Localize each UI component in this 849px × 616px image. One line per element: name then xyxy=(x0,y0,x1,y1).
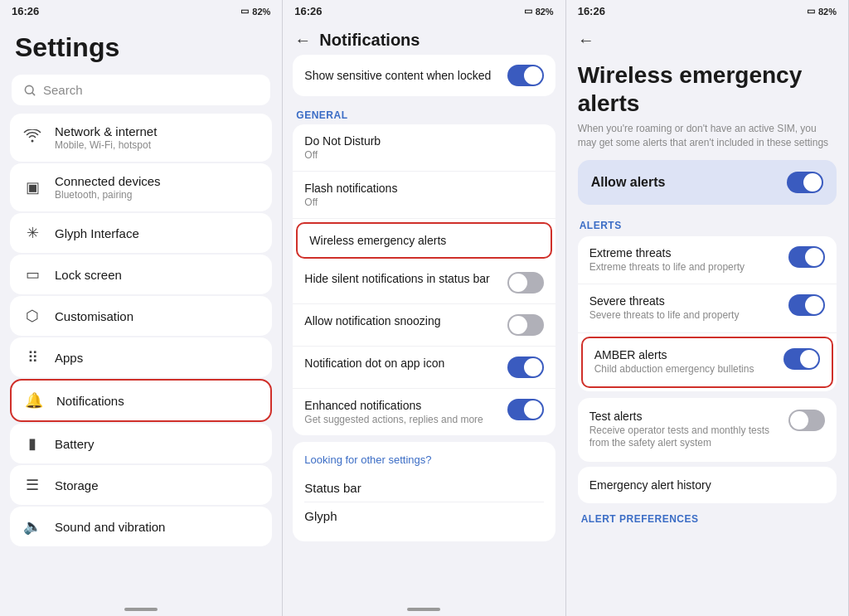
status-bar-settings: 16:26 ▭ 82% xyxy=(0,0,282,22)
sidebar-item-sound[interactable]: 🔈 Sound and vibration xyxy=(10,507,272,546)
hide-silent-label: Hide silent notifications in status bar xyxy=(304,272,507,285)
hide-silent-row[interactable]: Hide silent notifications in status bar xyxy=(293,262,555,304)
notifications-general-group: Do Not Disturb Off Flash notifications O… xyxy=(293,124,555,435)
storage-label: Storage xyxy=(55,478,99,492)
test-alerts-sub: Receive operator tests and monthly tests… xyxy=(589,424,788,450)
notifications-header: ← Notifications xyxy=(283,22,565,55)
enhanced-sub: Get suggested actions, replies and more xyxy=(304,414,507,425)
status-icons-2: ▭ 82% xyxy=(524,6,554,17)
flash-row[interactable]: Flash notifications Off xyxy=(293,172,555,219)
battery-icon: ▮ xyxy=(22,434,43,453)
emergency-content: Wireless emergency alerts When you're ro… xyxy=(566,55,848,616)
screen-icon: ▭ xyxy=(240,6,249,17)
allow-alerts-box[interactable]: Allow alerts xyxy=(578,160,837,205)
glyph-label: Glyph Interface xyxy=(55,226,139,240)
alerts-group: Extreme threats Extreme threats to life … xyxy=(578,236,837,391)
lock-icon: ▭ xyxy=(22,265,43,284)
settings-panel: 16:26 ▭ 82% Settings Search xyxy=(0,0,283,616)
status-time-2: 16:26 xyxy=(294,5,322,17)
svg-line-1 xyxy=(32,92,35,95)
bell-icon: 🔔 xyxy=(23,391,45,410)
test-alerts-text: Test alerts Receive operator tests and m… xyxy=(589,410,788,450)
wireless-text: Wireless emergency alerts xyxy=(309,234,538,247)
sound-text: Sound and vibration xyxy=(55,520,165,534)
dot-toggle[interactable] xyxy=(507,357,544,378)
dnd-sub: Off xyxy=(304,149,543,161)
extreme-toggle[interactable] xyxy=(788,246,825,268)
extreme-label: Extreme threats xyxy=(589,246,788,259)
severe-toggle[interactable] xyxy=(788,294,825,316)
test-alerts-label: Test alerts xyxy=(589,410,788,423)
flash-sub: Off xyxy=(304,196,543,208)
sidebar-item-connected[interactable]: ▣ Connected devices Bluetooth, pairing xyxy=(10,163,272,211)
emergency-history-row[interactable]: Emergency alert history xyxy=(578,467,837,503)
battery-icon-1: 82% xyxy=(252,7,270,17)
search-bar[interactable]: Search xyxy=(12,75,270,105)
severe-threats-row[interactable]: Severe threats Severe threats to life an… xyxy=(578,284,837,333)
sidebar-item-apps[interactable]: ⠿ Apps xyxy=(10,337,272,377)
screen-icon-3: ▭ xyxy=(807,6,815,17)
screen-icon-2: ▭ xyxy=(524,6,532,17)
palette-icon: ⬡ xyxy=(22,307,43,325)
status-bar-link[interactable]: Status bar xyxy=(304,474,543,502)
test-alerts-toggle[interactable] xyxy=(788,410,825,431)
severe-sub: Severe threats to life and property xyxy=(589,309,788,323)
extreme-sub: Extreme threats to life and property xyxy=(589,261,788,274)
connected-text: Connected devices Bluetooth, pairing xyxy=(55,174,161,201)
flash-text: Flash notifications Off xyxy=(304,182,543,208)
dnd-row[interactable]: Do Not Disturb Off xyxy=(293,124,555,172)
emergency-panel: 16:26 ▭ 82% ← Wireless emergency alerts … xyxy=(566,0,849,616)
enhanced-text: Enhanced notifications Get suggested act… xyxy=(304,399,507,425)
amber-text: AMBER alerts Child abduction emergency b… xyxy=(594,348,784,376)
alert-preferences-label[interactable]: Alert preferences xyxy=(578,508,837,528)
sidebar-item-notifications[interactable]: 🔔 Notifications xyxy=(10,379,272,422)
allow-alerts-toggle[interactable] xyxy=(787,172,823,193)
sensitive-content-row[interactable]: Show sensitive content when locked xyxy=(293,55,555,96)
emergency-title: Wireless emergency alerts xyxy=(578,55,837,122)
wireless-alerts-row[interactable]: Wireless emergency alerts xyxy=(296,222,551,259)
enhanced-row[interactable]: Enhanced notifications Get suggested act… xyxy=(293,389,555,435)
lockscreen-label: Lock screen xyxy=(55,268,122,282)
snoozing-text: Allow notification snoozing xyxy=(304,314,507,327)
dot-row[interactable]: Notification dot on app icon xyxy=(293,347,555,389)
extreme-threats-row[interactable]: Extreme threats Extreme threats to life … xyxy=(578,236,837,285)
status-bar-emergency: 16:26 ▭ 82% xyxy=(566,0,848,22)
apps-text: Apps xyxy=(55,351,83,365)
amber-alerts-row[interactable]: AMBER alerts Child abduction emergency b… xyxy=(581,337,833,388)
emergency-back-button[interactable]: ← xyxy=(578,31,594,50)
glyph-link[interactable]: Glyph xyxy=(304,502,543,530)
battery-label: Battery xyxy=(55,437,95,451)
devices-icon: ▣ xyxy=(22,178,43,196)
status-icons-3: ▭ 82% xyxy=(807,6,837,17)
back-button[interactable]: ← xyxy=(294,31,311,50)
test-alerts-row[interactable]: Test alerts Receive operator tests and m… xyxy=(578,398,837,462)
amber-toggle[interactable] xyxy=(784,348,820,370)
emergency-header: ← xyxy=(566,22,848,55)
dot-label: Notification dot on app icon xyxy=(304,357,507,370)
hide-silent-toggle[interactable] xyxy=(507,272,544,293)
sidebar-item-customisation[interactable]: ⬡ Customisation xyxy=(10,296,272,336)
severe-text: Severe threats Severe threats to life an… xyxy=(589,294,788,323)
sidebar-item-battery[interactable]: ▮ Battery xyxy=(10,424,272,463)
snoozing-toggle[interactable] xyxy=(507,314,544,336)
status-time-1: 16:26 xyxy=(12,5,39,17)
enhanced-toggle[interactable] xyxy=(507,399,544,420)
sound-label: Sound and vibration xyxy=(55,520,165,534)
notifications-label: Notifications xyxy=(56,394,124,408)
connected-label: Connected devices xyxy=(55,174,161,188)
sidebar-item-glyph[interactable]: ✳ Glyph Interface xyxy=(10,213,272,253)
notifications-title: Notifications xyxy=(319,31,420,50)
sidebar-item-network[interactable]: Network & internet Mobile, Wi-Fi, hotspo… xyxy=(10,114,272,162)
apps-label: Apps xyxy=(55,351,83,365)
flash-label: Flash notifications xyxy=(304,182,543,195)
snoozing-row[interactable]: Allow notification snoozing xyxy=(293,304,555,347)
amber-label: AMBER alerts xyxy=(594,348,784,361)
sidebar-item-storage[interactable]: ☰ Storage xyxy=(10,465,272,505)
search-placeholder: Search xyxy=(43,83,83,97)
wifi-icon xyxy=(22,129,43,147)
notifications-content: Show sensitive content when locked Gener… xyxy=(283,55,565,603)
sidebar-item-lockscreen[interactable]: ▭ Lock screen xyxy=(10,255,272,294)
sensitive-content-toggle[interactable] xyxy=(507,65,544,86)
notifications-panel: 16:26 ▭ 82% ← Notifications Show sensiti… xyxy=(283,0,565,616)
scroll-indicator-1 xyxy=(124,608,158,611)
